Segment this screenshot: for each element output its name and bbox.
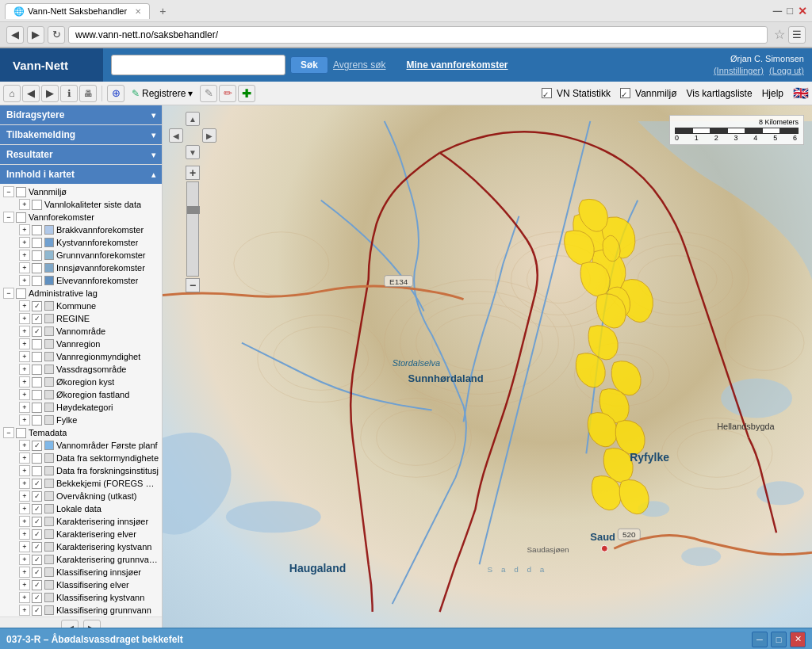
expand-klas-kystvann[interactable]: + — [19, 592, 30, 603]
expand-vannregion[interactable]: + — [19, 338, 30, 349]
map-container[interactable]: Stordalselva Sunnhørdaland Ryfylke Hella… — [163, 105, 812, 628]
layer-okoregion-fastland[interactable]: + Økoregion fastland — [0, 388, 162, 401]
layer-data-forskning[interactable]: + Data fra forskningsinstitusj — [0, 464, 162, 477]
minimize-btn[interactable]: ─ — [773, 4, 782, 18]
expand-vannregionmyndighet[interactable]: + — [19, 351, 30, 362]
layer-grunnvann[interactable]: + Grunnvannforekomster — [0, 249, 162, 262]
bookmark-btn[interactable]: ☆ — [774, 27, 785, 42]
check-elv[interactable] — [32, 276, 42, 286]
settings-btn[interactable]: ☰ — [788, 26, 806, 44]
vn-statistics-checkbox[interactable] — [542, 88, 552, 98]
expand-vannlokaliteter[interactable]: + — [19, 199, 30, 210]
check-data-sektor[interactable] — [32, 453, 42, 464]
expand-kar-kystvann[interactable]: + — [19, 541, 30, 552]
check-klas-elver[interactable] — [32, 580, 42, 590]
status-close-btn[interactable]: ✕ — [790, 632, 806, 647]
check-innsjo[interactable] — [32, 263, 42, 273]
toolbar-edit-btn[interactable]: ✎ — [200, 85, 217, 102]
search-button[interactable]: Søk — [290, 56, 328, 74]
layer-klas-innsjo[interactable]: + Klassifisering innsjøer — [0, 566, 162, 578]
expand-kar-grunnvann[interactable]: + — [19, 554, 30, 565]
layer-klas-kystvann[interactable]: + Klassifisering kystvann — [0, 591, 162, 604]
layer-okoregion-kyst[interactable]: + Økoregion kyst — [0, 376, 162, 388]
check-kar-kystvann[interactable] — [32, 542, 42, 552]
toolbar-print-btn[interactable]: 🖶 — [79, 85, 97, 102]
pan-right-btn[interactable]: ▶ — [202, 128, 216, 143]
tree-group-vannforekomster[interactable]: − Vannforekomster — [0, 211, 162, 223]
layer-kar-kystvann[interactable]: + Karakterisering kystvann — [0, 540, 162, 553]
check-administrative[interactable] — [16, 288, 26, 299]
layer-overvaking[interactable]: + Overvåkning (utkast) — [0, 490, 162, 502]
layer-kystvann[interactable]: + Kystvannforekomster — [0, 236, 162, 249]
tree-group-temadata[interactable]: − Temadata — [0, 426, 162, 439]
check-data-forskning[interactable] — [32, 466, 42, 476]
sidebar-header-tilbakemelding[interactable]: Tilbakemelding ▾ — [0, 125, 162, 144]
sidebar-scroll-left[interactable]: ◀ — [61, 620, 79, 628]
expand-vannmiljo[interactable]: − — [3, 186, 14, 197]
toolbar-pointer-btn[interactable]: ⊕ — [107, 85, 124, 102]
tree-group-vannmiljo[interactable]: − Vannmiljø — [0, 185, 162, 198]
close-btn[interactable]: ✕ — [798, 5, 807, 17]
check-vassdragsomrade[interactable] — [32, 365, 42, 375]
check-kar-grunnvann[interactable] — [32, 555, 42, 565]
my-waterbodies-link[interactable]: Mine vannforekomster — [406, 59, 508, 71]
expand-okoregion-fastland[interactable]: + — [19, 389, 30, 400]
toolbar-home-btn[interactable]: ⌂ — [3, 85, 21, 102]
pan-down-btn[interactable]: ▼ — [186, 145, 200, 159]
check-kar-innsjo[interactable] — [32, 517, 42, 527]
sidebar-scroll-right[interactable]: ▶ — [83, 620, 101, 628]
check-brakkvann[interactable] — [32, 225, 42, 235]
help-link[interactable]: Hjelp — [762, 88, 783, 99]
new-tab-btn[interactable]: + — [155, 5, 170, 17]
check-kystvann[interactable] — [32, 238, 42, 248]
check-kar-elver[interactable] — [32, 529, 42, 540]
back-btn[interactable]: ◀ — [6, 26, 24, 44]
check-vannlokaliteter[interactable] — [32, 200, 42, 210]
layer-vannlokaliteter[interactable]: + Vannlokaliteter siste data — [0, 198, 162, 211]
expand-regine[interactable]: + — [19, 313, 30, 324]
check-temadata[interactable] — [16, 428, 26, 438]
layer-vassdragsomrade[interactable]: + Vassdragsområde — [0, 363, 162, 376]
browser-tab[interactable]: 🌐 Vann-Nett Saksbehandler ✕ — [5, 3, 150, 19]
show-map-list-link[interactable]: Vis kartlagsliste — [686, 88, 752, 99]
zoom-out-btn[interactable]: − — [186, 278, 200, 292]
toolbar-info-btn[interactable]: ℹ — [60, 85, 78, 102]
expand-vannomrade[interactable]: + — [19, 326, 30, 337]
expand-overvaking[interactable]: + — [19, 491, 30, 502]
expand-kar-innsjo[interactable]: + — [19, 516, 30, 527]
forward-btn[interactable]: ▶ — [27, 26, 44, 44]
check-vannmiljo[interactable] — [16, 187, 26, 197]
expand-vassdragsomrade[interactable]: + — [19, 364, 30, 375]
layer-brakkvann[interactable]: + Brakkvannforekomster — [0, 223, 162, 236]
layer-klas-grunnvann[interactable]: + Klassifisering grunnvann — [0, 604, 162, 617]
layer-vannomrade[interactable]: + Vannområde — [0, 325, 162, 338]
check-regine[interactable] — [32, 314, 42, 324]
layer-vannomrader-planf[interactable]: + Vannområder Første planf — [0, 439, 162, 452]
check-hoydekategori[interactable] — [32, 403, 42, 413]
toolbar-draw-btn[interactable]: ✏ — [219, 85, 236, 102]
layer-elv[interactable]: + Elvevannforekomster — [0, 274, 162, 287]
expand-bekkekjemi[interactable]: + — [19, 478, 30, 489]
check-klas-innsjo[interactable] — [32, 567, 42, 578]
expand-data-forskning[interactable]: + — [19, 465, 30, 476]
check-vannomrade[interactable] — [32, 326, 42, 337]
status-minimize-btn[interactable]: ─ — [752, 632, 768, 647]
layer-klas-elver[interactable]: + Klassifisering elver — [0, 578, 162, 591]
zoom-slider-thumb[interactable] — [187, 206, 200, 214]
expand-vannforekomster[interactable]: − — [3, 212, 14, 223]
toolbar-forward-btn[interactable]: ▶ — [41, 85, 59, 102]
layer-hoydekategori[interactable]: + Høydekategori — [0, 401, 162, 414]
maximize-btn[interactable]: □ — [787, 5, 793, 17]
expand-administrative[interactable]: − — [3, 288, 14, 299]
tree-group-administrative[interactable]: − Administrative lag — [0, 287, 162, 300]
tab-close-btn[interactable]: ✕ — [135, 7, 141, 16]
expand-klas-innsjo[interactable]: + — [19, 567, 30, 578]
layer-bekkekjemi[interactable]: + Bekkekjemi (FOREGS 2008 — [0, 477, 162, 490]
expand-okoregion-kyst[interactable]: + — [19, 376, 30, 387]
expand-hoydekategori[interactable]: + — [19, 402, 30, 413]
language-flag[interactable]: 🇬🇧 — [793, 86, 809, 101]
check-bekkekjemi[interactable] — [32, 479, 42, 489]
expand-fylke[interactable]: + — [19, 414, 30, 426]
expand-kystvann[interactable]: + — [19, 237, 30, 248]
status-restore-btn[interactable]: □ — [771, 632, 787, 647]
